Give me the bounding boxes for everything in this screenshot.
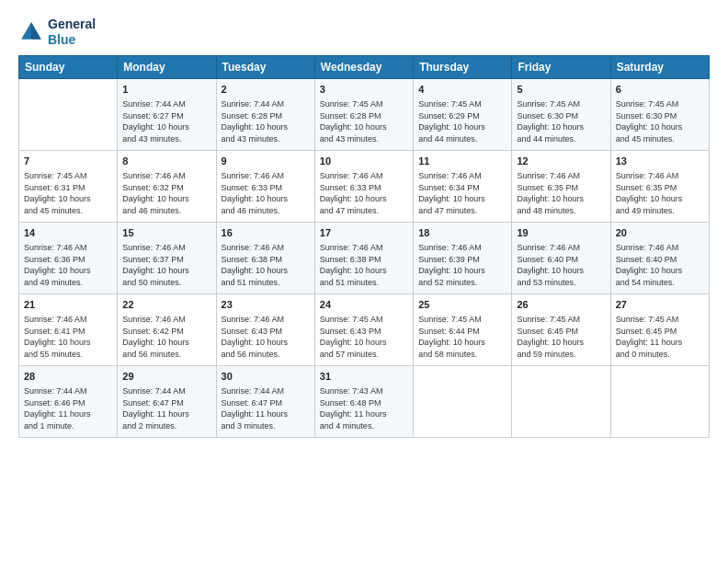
day-info: and 47 minutes. (418, 206, 477, 215)
day-info: and 50 minutes. (122, 278, 181, 287)
calendar-cell: 31Sunrise: 7:43 AMSunset: 6:48 PMDayligh… (314, 365, 413, 437)
day-info: Sunset: 6:43 PM (320, 327, 381, 336)
calendar-cell: 12Sunrise: 7:46 AMSunset: 6:35 PMDayligh… (512, 150, 610, 222)
calendar-cell: 30Sunrise: 7:44 AMSunset: 6:47 PMDayligh… (216, 365, 314, 437)
day-number: 24 (320, 298, 408, 312)
day-number: 26 (517, 298, 605, 312)
day-number: 19 (517, 226, 605, 240)
day-info: and 44 minutes. (517, 134, 575, 144)
day-info: Sunset: 6:31 PM (24, 183, 85, 192)
day-info: and 55 minutes. (24, 350, 83, 359)
day-info: Sunset: 6:42 PM (122, 327, 184, 336)
day-number: 21 (24, 298, 112, 312)
day-info: Sunset: 6:38 PM (320, 255, 381, 264)
day-info: Sunset: 6:47 PM (222, 398, 283, 408)
day-info: Sunset: 6:45 PM (616, 327, 677, 336)
day-info: Sunrise: 7:45 AM (418, 315, 482, 324)
day-number: 29 (122, 370, 210, 384)
day-number: 3 (320, 83, 408, 97)
day-number: 5 (517, 83, 605, 97)
day-number: 16 (222, 226, 310, 240)
calendar-cell: 29Sunrise: 7:44 AMSunset: 6:47 PMDayligh… (118, 365, 216, 437)
day-info: and 44 minutes. (418, 134, 477, 144)
day-info: Sunrise: 7:46 AM (616, 171, 679, 180)
day-info: Sunrise: 7:45 AM (418, 99, 482, 109)
calendar-cell: 8Sunrise: 7:46 AMSunset: 6:32 PMDaylight… (118, 150, 216, 222)
calendar-cell: 28Sunrise: 7:44 AMSunset: 6:46 PMDayligh… (19, 365, 118, 437)
day-info: Daylight: 10 hours (122, 122, 189, 132)
calendar-cell: 3Sunrise: 7:45 AMSunset: 6:28 PMDaylight… (314, 78, 413, 150)
day-number: 1 (122, 83, 210, 97)
day-info: and 2 minutes. (122, 421, 176, 431)
col-header-tuesday: Tuesday (216, 55, 314, 78)
day-number: 4 (418, 83, 506, 97)
col-header-monday: Monday (118, 55, 216, 78)
day-info: Daylight: 10 hours (24, 338, 91, 347)
day-info: Sunrise: 7:46 AM (24, 243, 87, 252)
day-info: Sunset: 6:37 PM (122, 255, 184, 264)
day-info: Daylight: 10 hours (222, 194, 289, 203)
day-info: Daylight: 10 hours (122, 266, 189, 275)
calendar-cell (512, 365, 610, 437)
day-info: Sunset: 6:33 PM (320, 183, 381, 192)
day-info: Sunset: 6:33 PM (222, 183, 283, 192)
day-info: Sunrise: 7:46 AM (418, 171, 482, 180)
calendar-cell: 16Sunrise: 7:46 AMSunset: 6:38 PMDayligh… (216, 222, 314, 293)
calendar-cell: 18Sunrise: 7:46 AMSunset: 6:39 PMDayligh… (414, 222, 512, 293)
calendar-cell: 25Sunrise: 7:45 AMSunset: 6:44 PMDayligh… (414, 293, 512, 365)
day-info: Sunset: 6:41 PM (24, 327, 85, 336)
day-info: and 59 minutes. (517, 350, 575, 359)
calendar-cell: 20Sunrise: 7:46 AMSunset: 6:40 PMDayligh… (610, 222, 709, 293)
calendar-cell: 15Sunrise: 7:46 AMSunset: 6:37 PMDayligh… (118, 222, 216, 293)
week-row-1: 1Sunrise: 7:44 AMSunset: 6:27 PMDaylight… (19, 78, 710, 150)
calendar-cell: 9Sunrise: 7:46 AMSunset: 6:33 PMDaylight… (216, 150, 314, 222)
header: General Blue (18, 17, 710, 48)
day-info: Sunrise: 7:46 AM (24, 315, 87, 324)
day-info: Daylight: 11 hours (222, 409, 289, 419)
day-info: Sunset: 6:38 PM (222, 255, 283, 264)
day-info: Sunset: 6:47 PM (122, 398, 184, 408)
day-info: Daylight: 11 hours (24, 409, 91, 419)
day-info: Sunrise: 7:44 AM (24, 386, 87, 396)
calendar-cell: 7Sunrise: 7:45 AMSunset: 6:31 PMDaylight… (19, 150, 118, 222)
calendar-cell: 1Sunrise: 7:44 AMSunset: 6:27 PMDaylight… (118, 78, 216, 150)
day-info: and 43 minutes. (222, 134, 280, 144)
day-info: Sunset: 6:39 PM (418, 255, 480, 264)
day-info: and 56 minutes. (222, 350, 280, 359)
day-info: Sunrise: 7:45 AM (616, 315, 679, 324)
day-info: and 51 minutes. (222, 278, 280, 287)
calendar-cell: 11Sunrise: 7:46 AMSunset: 6:34 PMDayligh… (414, 150, 512, 222)
day-number: 13 (616, 155, 704, 168)
day-info: and 3 minutes. (222, 421, 276, 431)
day-info: Daylight: 10 hours (320, 266, 387, 275)
calendar-cell: 4Sunrise: 7:45 AMSunset: 6:29 PMDaylight… (414, 78, 512, 150)
logo: General Blue (18, 17, 96, 48)
day-info: Sunrise: 7:46 AM (616, 243, 679, 252)
day-info: Daylight: 11 hours (616, 338, 683, 347)
day-info: Sunrise: 7:44 AM (122, 386, 186, 396)
day-info: and 52 minutes. (418, 278, 477, 287)
day-info: Daylight: 10 hours (122, 338, 189, 347)
day-info: and 46 minutes. (222, 206, 280, 215)
col-header-saturday: Saturday (610, 55, 709, 78)
day-info: and 49 minutes. (24, 278, 83, 287)
day-info: and 56 minutes. (122, 350, 181, 359)
day-info: Sunrise: 7:46 AM (517, 171, 580, 180)
day-info: and 53 minutes. (517, 278, 575, 287)
col-header-wednesday: Wednesday (314, 55, 413, 78)
day-number: 30 (222, 370, 310, 384)
calendar-table: SundayMondayTuesdayWednesdayThursdayFrid… (18, 55, 710, 438)
day-info: Daylight: 10 hours (616, 122, 683, 132)
day-number: 28 (24, 370, 112, 384)
calendar-cell: 21Sunrise: 7:46 AMSunset: 6:41 PMDayligh… (19, 293, 118, 365)
day-info: and 57 minutes. (320, 350, 379, 359)
calendar-cell: 17Sunrise: 7:46 AMSunset: 6:38 PMDayligh… (314, 222, 413, 293)
day-info: and 49 minutes. (616, 206, 675, 215)
day-number: 10 (320, 155, 408, 168)
day-info: Sunset: 6:45 PM (517, 327, 578, 336)
calendar-cell: 24Sunrise: 7:45 AMSunset: 6:43 PMDayligh… (314, 293, 413, 365)
col-header-sunday: Sunday (19, 55, 118, 78)
day-info: and 1 minute. (24, 421, 74, 431)
day-info: Sunrise: 7:46 AM (122, 243, 186, 252)
day-info: Sunset: 6:35 PM (517, 183, 578, 192)
